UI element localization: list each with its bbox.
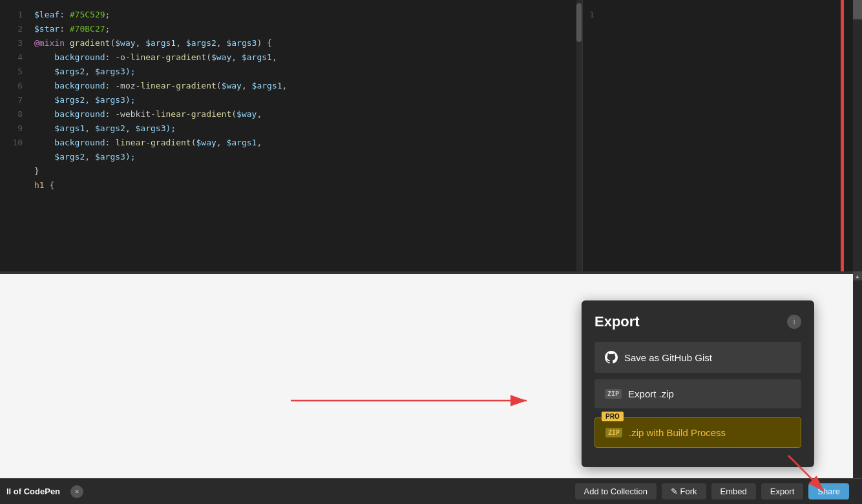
footer-right: Add to Collection ✎ Fork Embed Export Sh…: [575, 483, 849, 499]
zip-build-process-button[interactable]: PRO ZIP .zip with Build Process: [594, 417, 801, 448]
page-scrollbar[interactable]: ▲ ▼: [853, 0, 862, 504]
share-button[interactable]: Share: [808, 483, 849, 499]
github-icon: [605, 351, 618, 364]
code-line-10: background: linear-gradient($way, $args1…: [34, 136, 582, 150]
export-header: Export i: [594, 313, 801, 330]
code-line-14: h1 {: [34, 178, 582, 193]
export-title: Export: [594, 313, 640, 330]
export-panel: Export i Save as GitHub Gist ZIP Export …: [582, 300, 814, 467]
scrollbar-thumb[interactable]: [576, 3, 582, 42]
code-content[interactable]: $leaf: #75C529; $star: #70BC27; @mixin g…: [29, 0, 582, 271]
footer-bar: ll of CodePen ✕ Add to Collection ✎ Fork…: [0, 478, 862, 504]
zip-icon: ZIP: [605, 389, 622, 399]
footer-left: ll of CodePen ✕: [0, 485, 83, 498]
code-line-3: @mixin gradient($way, $args1, $args2, $a…: [34, 36, 582, 50]
page-scrollbar-thumb[interactable]: [853, 0, 862, 19]
export-zip-label: Export .zip: [628, 388, 674, 399]
info-icon[interactable]: i: [787, 315, 801, 329]
save-github-gist-button[interactable]: Save as GitHub Gist: [594, 342, 801, 373]
code-line-9: $args1, $args2, $args3);: [34, 121, 582, 136]
export-button[interactable]: Export: [761, 483, 804, 499]
zip-build-label: .zip with Build Process: [629, 427, 726, 438]
pro-badge: PRO: [602, 412, 624, 421]
scrollbar-arrow-up[interactable]: ▲: [853, 271, 862, 280]
code-line-4: background: -o-linear-gradient($way, $ar…: [34, 50, 582, 65]
preview-line-num: 1: [589, 8, 594, 22]
code-line-6: background: -moz-linear-gradient($way, $…: [34, 79, 582, 93]
code-line-2: $star: #70BC27;: [34, 22, 582, 36]
github-gist-label: Save as GitHub Gist: [624, 352, 712, 363]
code-line-11: $args2, $args3);: [34, 150, 582, 164]
embed-button[interactable]: Embed: [711, 483, 756, 499]
add-to-collection-button[interactable]: Add to Collection: [575, 483, 657, 499]
footer-brand: ll of CodePen: [6, 487, 60, 496]
code-editor: 1 2 3 4 5 6 7 8 9 10 $leaf: #75C529; $st…: [0, 0, 582, 271]
preview-panel: 1: [582, 0, 853, 271]
scrollbar-track[interactable]: [576, 0, 582, 271]
code-line-8: background: -webkit-linear-gradient($way…: [34, 107, 582, 121]
red-accent-bar: [841, 0, 844, 271]
code-line-7: $args2, $args3);: [34, 93, 582, 107]
line-numbers: 1 2 3 4 5 6 7 8 9 10: [0, 0, 29, 271]
code-line-12: }: [34, 164, 582, 178]
fork-button[interactable]: ✎ Fork: [662, 483, 706, 499]
code-line-5: $args2, $args3);: [34, 65, 582, 79]
code-line-1: $leaf: #75C529;: [34, 8, 582, 22]
footer-close-button[interactable]: ✕: [70, 485, 83, 498]
export-zip-button[interactable]: ZIP Export .zip: [594, 379, 801, 408]
zip-pro-icon: ZIP: [605, 428, 622, 437]
